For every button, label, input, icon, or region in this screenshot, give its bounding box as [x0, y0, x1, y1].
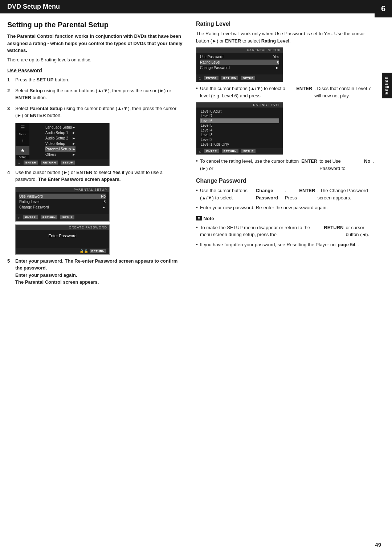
- parental-setup-no-screen: PARENTAL SETUP Use PasswordNo Rating Lev…: [15, 187, 110, 222]
- step-num-4: 4: [7, 169, 12, 176]
- note-title: B Note: [196, 216, 374, 221]
- header-title: DVD Setup Menu: [7, 3, 60, 10]
- ps-row-use-password: Use PasswordNo: [19, 194, 106, 199]
- ps-row-change-pw-yes: Change Password►: [200, 65, 279, 70]
- menu-item-audio2: Audio Setup 2►: [45, 135, 75, 141]
- rating-bullet-2: To cancel the rating level, use the curs…: [196, 158, 374, 172]
- menu-content: Language Setup► Audio Setup 1► Audio Set…: [43, 123, 78, 159]
- r-row-8: Level 8 Adult: [200, 109, 279, 114]
- step-text-2: Select Setup using the cursor buttons (▲…: [15, 87, 185, 101]
- ps-row-rating: Rating Level8: [19, 199, 106, 204]
- r-row-4: Level 4: [200, 128, 279, 133]
- change-password-title: Change Password: [196, 178, 374, 184]
- r-row-1: Level 1 Kids Only: [200, 142, 279, 147]
- page-number: 6: [381, 4, 385, 13]
- language-tab: English: [382, 73, 392, 98]
- home-icon-3: ⌂: [199, 76, 201, 81]
- menu-sidebar: ☰ Menu ♪ ★ Setup: [16, 123, 29, 159]
- steps-list-5: 5 Enter your password. The Re-enter Pass…: [7, 258, 185, 286]
- r-row-5: Level 5: [200, 123, 279, 128]
- step-num-5: 5: [7, 258, 12, 265]
- ps-title-yes: PARENTAL SETUP: [196, 48, 283, 53]
- setup-btn-3: SETUP: [241, 76, 255, 80]
- rating-level-screen-body: Level 8 Adult Level 7 Level 6 Level 5 Le…: [196, 108, 283, 148]
- right-column: Rating Level The Rating Level will work …: [196, 21, 385, 289]
- rating-bullet-list: Use the cursor buttons (▲/▼) to select a…: [196, 85, 374, 99]
- r-row-7: Level 7: [200, 114, 279, 118]
- intro-bold-text: The Parental Control function works in c…: [7, 33, 185, 54]
- enter-btn-4: ENTER: [204, 149, 219, 153]
- header-bar: DVD Setup Menu: [0, 0, 392, 13]
- step-2: 2 Select Setup using the cursor buttons …: [7, 87, 185, 101]
- intro-normal-text: There are up to 8 rating levels on a dis…: [7, 56, 185, 64]
- r-row-3: Level 3: [200, 133, 279, 137]
- rating-level-title: Rating Level: [196, 21, 374, 27]
- r-row-2: Level 2: [200, 137, 279, 142]
- menu-item-video: Video Setup►: [45, 141, 75, 146]
- return-btn-4: RETURN: [221, 76, 238, 80]
- return-btn-2: RETURN: [41, 215, 57, 219]
- rating-bullet-list-2: To cancel the rating level, use the curs…: [196, 158, 374, 172]
- setup-btn: SETUP: [61, 161, 75, 165]
- step-text-3: Select Parental Setup using the cursor b…: [15, 105, 185, 119]
- page-footer-number: 49: [375, 542, 381, 548]
- enter-btn: ENTER: [24, 161, 38, 165]
- step-num-3: 3: [7, 105, 12, 112]
- home-icon-2: ⌂: [18, 215, 20, 220]
- create-password-screen: CREATE PASSWORD Enter Password 🔒🔒 RETURN: [15, 224, 110, 255]
- return-btn-3: RETURN: [90, 249, 106, 253]
- steps-list: 1 Press the SET UP button. 2 Select Setu…: [7, 76, 185, 119]
- menu-screen-mock: ☰ Menu ♪ ★ Setup Language Setup► Audio S…: [15, 123, 110, 166]
- ps-row-use-password-yes: Use PasswordYes: [200, 54, 279, 60]
- rating-level-intro: The Rating Level will work only when Use…: [196, 30, 374, 44]
- step-4: 4 Use the cursor button (►) or ENTER to …: [7, 169, 185, 183]
- note-icon: B: [196, 216, 202, 220]
- cpw-footer: 🔒🔒 RETURN: [16, 248, 109, 254]
- return-btn-5: RETURN: [222, 149, 238, 153]
- rating-bullet-1: Use the cursor buttons (▲/▼) to select a…: [196, 85, 374, 99]
- menu-item-others: Others►: [45, 152, 75, 157]
- ps-body-no: Use PasswordNo Rating Level8 Change Pass…: [16, 192, 109, 214]
- steps-list-cont: 4 Use the cursor button (►) or ENTER to …: [7, 169, 185, 183]
- menu-icon-label-setup: Setup: [16, 155, 29, 159]
- rating-level-screen-title: RATING LEVEL: [196, 102, 283, 108]
- menu-item-audio1: Audio Setup 1►: [45, 130, 75, 135]
- step-num-2: 2: [7, 87, 12, 94]
- ps-body-yes: Use PasswordYes Rating Level8 Change Pas…: [196, 53, 283, 74]
- note-bullets: To make the SETUP menu disappear or retu…: [196, 224, 374, 248]
- rating-level-screen: RATING LEVEL Level 8 Adult Level 7 Level…: [196, 102, 283, 155]
- menu-icon-menu: ☰: [16, 123, 29, 132]
- note-bullet-1: To make the SETUP menu disappear or retu…: [196, 224, 374, 238]
- parental-setup-yes-screen: PARENTAL SETUP Use PasswordYes Rating Le…: [196, 47, 283, 82]
- home-icon-4: ⌂: [199, 149, 201, 153]
- lock-icons: 🔒🔒: [79, 249, 88, 253]
- change-password-bullet-1: Use the cursor buttons (▲/▼) to select C…: [196, 187, 374, 201]
- subsection-use-password: Use Password: [7, 68, 185, 73]
- change-password-bullet-2: Enter your new password. Re-enter the ne…: [196, 204, 374, 211]
- menu-icon-star: ★: [16, 146, 29, 155]
- left-column: Setting up the Parental Setup The Parent…: [7, 21, 185, 289]
- return-btn: RETURN: [41, 161, 58, 165]
- r-row-6: Level 6: [200, 118, 279, 123]
- change-password-bullets: Use the cursor buttons (▲/▼) to select C…: [196, 187, 374, 211]
- step-text-4: Use the cursor button (►) or ENTER to se…: [15, 169, 185, 183]
- menu-footer: ⌂ ENTER RETURN SETUP: [16, 159, 109, 166]
- rating-level-footer: ⌂ ENTER RETURN SETUP: [196, 148, 283, 154]
- page-number-box: 6: [375, 0, 392, 17]
- ps-title-no: PARENTAL SETUP: [16, 187, 109, 192]
- note-bullet-2: If you have forgotten your password, see…: [196, 241, 374, 248]
- ps-row-change-pw: Change Password►: [19, 204, 106, 210]
- setup-btn-4: SETUP: [241, 149, 256, 153]
- home-icon: ⌂: [19, 161, 21, 165]
- cpw-body: Enter Password: [16, 230, 109, 248]
- ps-footer-yes: ⌂ ENTER RETURN SETUP: [196, 74, 283, 82]
- enter-btn-3: ENTER: [204, 76, 219, 80]
- step-text-1: Press the SET UP button.: [15, 76, 185, 84]
- menu-item-language: Language Setup►: [45, 125, 75, 130]
- cpw-title: CREATE PASSWORD: [16, 225, 109, 230]
- section-title: Setting up the Parental Setup: [7, 21, 185, 29]
- menu-icon-label-menu: Menu: [16, 132, 29, 136]
- note-label: Note: [204, 216, 214, 221]
- enter-btn-2: ENTER: [23, 215, 38, 219]
- menu-icon-audio: ♪: [16, 136, 29, 145]
